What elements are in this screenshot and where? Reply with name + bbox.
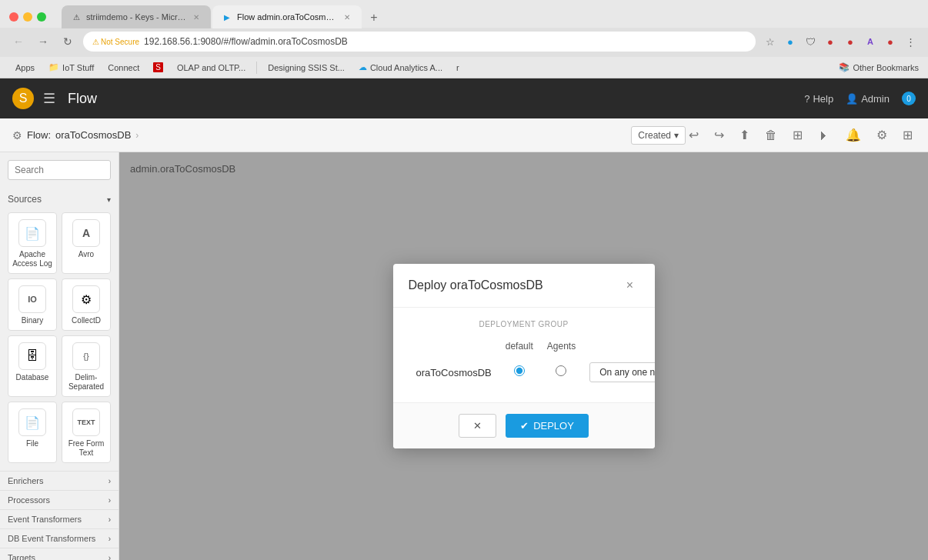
alert-icon[interactable]: 🔔 — [843, 125, 864, 145]
cancel-button[interactable]: ✕ — [459, 414, 496, 438]
sidebar-item-delim-separated[interactable]: {} Delim-Separated — [62, 335, 111, 397]
breadcrumb: ⚙ Flow: oraToCosmosDB › — [12, 129, 322, 142]
bookmark-button[interactable]: ☆ — [762, 33, 779, 50]
play-icon[interactable]: ⏵ — [815, 125, 833, 145]
deploy-modal: Deploy oraToCosmosDB × DEPLOYMENT GROUP … — [393, 264, 655, 448]
col-node-header — [583, 338, 654, 355]
sidebar-event-transformers[interactable]: Event Transformers › — [0, 509, 119, 525]
file-label: File — [26, 439, 38, 448]
col-default-header: default — [499, 338, 539, 355]
bookmark-r-label: r — [456, 63, 459, 72]
processors-chevron: › — [108, 496, 111, 505]
profile-button[interactable]: ● — [782, 33, 799, 50]
delim-separated-icon: {} — [72, 342, 100, 370]
browser-titlebar: ⚠ striimdemo - Keys - Microsof... ✕ ▶ Fl… — [0, 0, 928, 28]
apache-access-log-label: Apache Access Log — [12, 250, 53, 268]
help-button[interactable]: ? Help — [804, 93, 833, 105]
sidebar-targets[interactable]: Targets › — [0, 548, 119, 560]
extension-button-2[interactable]: ● — [822, 33, 839, 50]
maximize-window-button[interactable] — [37, 12, 46, 22]
bookmark-cloud[interactable]: ☁ Cloud Analytics A... — [352, 61, 449, 74]
undo-icon[interactable]: ↩ — [686, 125, 702, 145]
more-button[interactable]: ⋮ — [902, 33, 919, 50]
extension-button-5[interactable]: ● — [882, 33, 899, 50]
created-label: Created — [638, 130, 671, 141]
modal-footer: ✕ ✔ DEPLOY — [393, 402, 655, 448]
bookmark-cloud-label: Cloud Analytics A... — [370, 63, 442, 72]
back-button[interactable]: ← — [9, 32, 28, 51]
browser-tab-2[interactable]: ▶ Flow admin.oraToCosmosDB ✕ — [212, 5, 362, 28]
delete-icon[interactable]: 🗑 — [762, 125, 780, 145]
sidebar-item-avro[interactable]: A Avro — [62, 212, 111, 274]
modal-header: Deploy oraToCosmosDB × — [393, 264, 655, 308]
bookmark-connect-label: Connect — [108, 63, 139, 72]
extension-button-1[interactable]: 🛡 — [802, 33, 819, 50]
sources-grid: 📄 Apache Access Log A Avro IO Binary ⚙ C… — [8, 212, 111, 463]
sources-header[interactable]: Sources ▾ — [8, 191, 111, 208]
bookmark-connect[interactable]: Connect — [102, 62, 145, 74]
grid-icon[interactable]: ⊞ — [789, 125, 806, 145]
sidebar-enrichers[interactable]: Enrichers › — [0, 471, 119, 487]
close-window-button[interactable] — [9, 12, 18, 22]
bookmark-ssis[interactable]: Designing SSIS St... — [262, 62, 351, 74]
settings-icon[interactable]: ⚙ — [873, 125, 890, 145]
sidebar-item-apache-access-log[interactable]: 📄 Apache Access Log — [8, 212, 57, 274]
notification-badge[interactable]: 0 — [902, 92, 916, 105]
minimize-window-button[interactable] — [23, 12, 32, 22]
tab-label-1: striimdemo - Keys - Microsof... — [86, 12, 186, 22]
new-tab-button[interactable]: + — [363, 7, 385, 28]
bookmark-iot[interactable]: 📁 IoT Stuff — [42, 61, 100, 74]
agents-radio[interactable] — [556, 365, 566, 376]
bookmark-iot-label: IoT Stuff — [62, 63, 94, 72]
extension-button-3[interactable]: ● — [842, 33, 859, 50]
bookmark-r[interactable]: r — [450, 62, 466, 74]
sidebar-item-binary[interactable]: IO Binary — [8, 278, 57, 331]
user-icon: 👤 — [846, 93, 858, 105]
share-icon[interactable]: ⬆ — [736, 125, 753, 145]
tab-close-2[interactable]: ✕ — [342, 12, 352, 22]
extension-button-4[interactable]: A — [862, 33, 879, 50]
help-icon: ? — [804, 93, 809, 105]
layout-icon[interactable]: ⊞ — [900, 125, 916, 145]
deployment-default-radio-cell — [499, 356, 539, 388]
apache-access-log-icon: 📄 — [18, 219, 46, 247]
breadcrumb-current[interactable]: oraToCosmosDB — [55, 129, 131, 141]
bookmark-olap[interactable]: OLAP and OLTP... — [171, 62, 252, 74]
address-bar[interactable]: ⚠ Not Secure 192.168.56.1:9080/#/flow/ad… — [83, 32, 756, 52]
sidebar-item-collectd[interactable]: ⚙ CollectD — [62, 278, 111, 331]
deploy-button[interactable]: ✔ DEPLOY — [506, 414, 589, 438]
sidebar-db-event-transformers[interactable]: DB Event Transformers › — [0, 528, 119, 545]
bookmark-s[interactable]: S — [147, 61, 169, 74]
forward-button[interactable]: → — [34, 32, 52, 51]
breadcrumb-root[interactable]: Flow: — [27, 129, 51, 141]
avro-label: Avro — [78, 250, 94, 259]
sidebar-sources-section: Sources ▾ 📄 Apache Access Log A Avro IO … — [0, 186, 119, 468]
sidebar-processors[interactable]: Processors › — [0, 490, 119, 506]
sources-label: Sources — [8, 194, 42, 205]
bookmarks-bar: Apps 📁 IoT Stuff Connect S OLAP and OLTP… — [0, 57, 928, 78]
modal-close-button[interactable]: × — [621, 276, 639, 295]
browser-tab-1[interactable]: ⚠ striimdemo - Keys - Microsof... ✕ — [62, 5, 211, 28]
sidebar-item-file[interactable]: 📄 File — [8, 402, 57, 463]
deploy-check-icon: ✔ — [520, 420, 529, 432]
deploy-label: DEPLOY — [533, 420, 574, 432]
reload-button[interactable]: ↻ — [58, 32, 77, 51]
modal-title: Deploy oraToCosmosDB — [409, 278, 543, 292]
search-input[interactable] — [8, 160, 111, 180]
created-button[interactable]: Created ▾ — [631, 126, 686, 145]
bookmark-apps-label: Apps — [15, 63, 35, 72]
user-button[interactable]: 👤 Admin — [846, 93, 890, 105]
menu-icon[interactable]: ☰ — [43, 90, 55, 107]
sidebar-item-free-form-text[interactable]: TEXT Free Form Text — [62, 402, 111, 463]
sidebar-item-database[interactable]: 🗄 Database — [8, 335, 57, 397]
address-url: 192.168.56.1:9080/#/flow/admin.oraToCosm… — [144, 36, 348, 47]
other-bookmarks-label[interactable]: Other Bookmarks — [853, 63, 919, 72]
tab-close-1[interactable]: ✕ — [191, 12, 202, 22]
bookmark-apps[interactable]: Apps — [9, 62, 41, 74]
redo-icon[interactable]: ↪ — [711, 125, 727, 145]
event-transformers-label: Event Transformers — [8, 515, 82, 524]
default-radio[interactable] — [514, 365, 525, 376]
bookmarks-right: 📚 Other Bookmarks — [839, 62, 919, 72]
bookmark-separator — [256, 62, 257, 74]
node-select[interactable]: On any one node On all nodes On specific… — [589, 362, 654, 382]
